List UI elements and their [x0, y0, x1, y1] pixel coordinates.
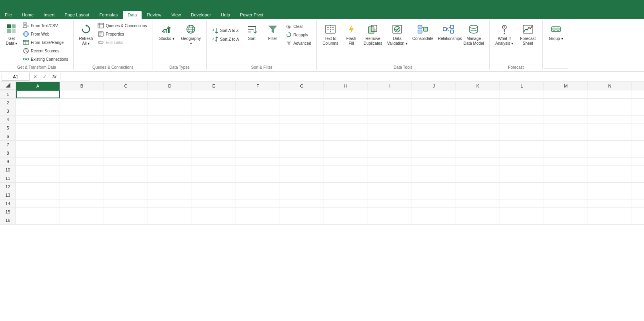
cell-L14[interactable]	[500, 199, 544, 207]
sort-za-button[interactable]: Z A Sort Z to A	[210, 35, 241, 43]
cell-B9[interactable]	[60, 158, 104, 165]
cell-H15[interactable]	[324, 208, 368, 216]
cell-H4[interactable]	[324, 116, 368, 124]
cell-J10[interactable]	[412, 166, 456, 174]
cell-A14[interactable]	[16, 199, 60, 207]
cell-L3[interactable]	[500, 107, 544, 115]
cell-A1[interactable]	[16, 90, 60, 98]
reapply-button[interactable]: Reapply	[284, 31, 313, 39]
cell-N5[interactable]	[588, 124, 632, 132]
cell-F2[interactable]	[236, 99, 280, 107]
cell-K4[interactable]	[456, 116, 500, 124]
cell-A13[interactable]	[16, 191, 60, 199]
cell-I3[interactable]	[368, 107, 412, 115]
col-header-l[interactable]: L	[500, 82, 544, 90]
cell-L8[interactable]	[500, 149, 544, 157]
cell-B15[interactable]	[60, 208, 104, 216]
stocks-button[interactable]: Stocks ▾	[156, 22, 178, 48]
properties-button[interactable]: Properties	[96, 30, 149, 38]
corner-cell[interactable]	[0, 82, 16, 90]
cell-H5[interactable]	[324, 124, 368, 132]
cell-F15[interactable]	[236, 208, 280, 216]
cell-L5[interactable]	[500, 124, 544, 132]
cell-G2[interactable]	[280, 99, 324, 107]
cell-A2[interactable]	[16, 99, 60, 107]
cell-K11[interactable]	[456, 174, 500, 182]
cell-J8[interactable]	[412, 149, 456, 157]
get-data-button[interactable]: GetData ▾	[3, 22, 20, 48]
cell-D4[interactable]	[148, 116, 192, 124]
cell-D12[interactable]	[148, 183, 192, 191]
row-header-16[interactable]: 16	[0, 216, 16, 224]
cell-J13[interactable]	[412, 191, 456, 199]
cell-L2[interactable]	[500, 99, 544, 107]
cell-G15[interactable]	[280, 208, 324, 216]
cell-E7[interactable]	[192, 141, 236, 149]
cell-C15[interactable]	[104, 208, 148, 216]
cell-L13[interactable]	[500, 191, 544, 199]
cell-E10[interactable]	[192, 166, 236, 174]
cell-B7[interactable]	[60, 141, 104, 149]
cell-L11[interactable]	[500, 174, 544, 182]
cell-M14[interactable]	[544, 199, 588, 207]
row-header-9[interactable]: 9	[0, 158, 16, 165]
cell-B16[interactable]	[60, 216, 104, 224]
tab-data[interactable]: Data	[123, 11, 142, 19]
cell-F9[interactable]	[236, 158, 280, 165]
cell-G8[interactable]	[280, 149, 324, 157]
cell-G16[interactable]	[280, 216, 324, 224]
cell-B11[interactable]	[60, 174, 104, 182]
cell-C14[interactable]	[104, 199, 148, 207]
cell-H6[interactable]	[324, 132, 368, 140]
tab-help[interactable]: Help	[216, 11, 235, 19]
advanced-button[interactable]: Advanced	[284, 39, 313, 47]
tab-power-pivot[interactable]: Power Pivot	[235, 11, 268, 19]
cell-K8[interactable]	[456, 149, 500, 157]
queries-connections-button[interactable]: Queries & Connections	[96, 22, 149, 30]
cell-H7[interactable]	[324, 141, 368, 149]
cell-I8[interactable]	[368, 149, 412, 157]
cell-H14[interactable]	[324, 199, 368, 207]
cell-I13[interactable]	[368, 191, 412, 199]
cell-G6[interactable]	[280, 132, 324, 140]
tab-view[interactable]: View	[167, 11, 186, 19]
geography-button[interactable]: Geography ▾	[178, 22, 203, 48]
cell-F1[interactable]	[236, 90, 280, 98]
cell-N7[interactable]	[588, 141, 632, 149]
cell-I4[interactable]	[368, 116, 412, 124]
cell-E11[interactable]	[192, 174, 236, 182]
cell-D16[interactable]	[148, 216, 192, 224]
cell-N6[interactable]	[588, 132, 632, 140]
row-header-7[interactable]: 7	[0, 141, 16, 149]
what-if-button[interactable]: ? What-IfAnalysis ▾	[493, 22, 516, 48]
cell-B1[interactable]	[60, 90, 104, 98]
cell-M16[interactable]	[544, 216, 588, 224]
cell-L1[interactable]	[500, 90, 544, 98]
cell-B12[interactable]	[60, 183, 104, 191]
col-header-d[interactable]: D	[148, 82, 192, 90]
tab-file[interactable]: File	[0, 11, 17, 19]
cell-C2[interactable]	[104, 99, 148, 107]
cell-E16[interactable]	[192, 216, 236, 224]
cell-B3[interactable]	[60, 107, 104, 115]
cell-E2[interactable]	[192, 99, 236, 107]
cell-E5[interactable]	[192, 124, 236, 132]
cell-M2[interactable]	[544, 99, 588, 107]
cell-F4[interactable]	[236, 116, 280, 124]
cell-L16[interactable]	[500, 216, 544, 224]
cell-E3[interactable]	[192, 107, 236, 115]
cell-D13[interactable]	[148, 191, 192, 199]
cell-I7[interactable]	[368, 141, 412, 149]
cell-M13[interactable]	[544, 191, 588, 199]
cell-H16[interactable]	[324, 216, 368, 224]
cell-I2[interactable]	[368, 99, 412, 107]
relationships-button[interactable]: Relationships	[436, 22, 461, 48]
cell-A5[interactable]	[16, 124, 60, 132]
cell-F8[interactable]	[236, 149, 280, 157]
refresh-all-button[interactable]: RefreshAll ▾	[77, 22, 95, 48]
cell-E4[interactable]	[192, 116, 236, 124]
cell-L12[interactable]	[500, 183, 544, 191]
cell-H10[interactable]	[324, 166, 368, 174]
tab-home[interactable]: Home	[17, 11, 38, 19]
cell-E13[interactable]	[192, 191, 236, 199]
